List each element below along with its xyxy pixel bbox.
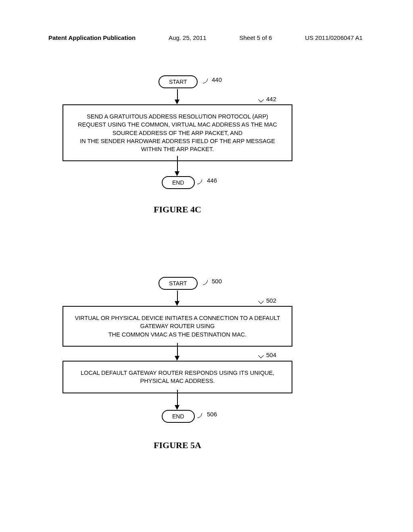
header-date: Aug. 25, 2011	[169, 34, 206, 41]
arrow-head-icon	[175, 301, 179, 306]
figure-5a-title: FIGURE 5A	[63, 440, 292, 451]
ref-500: 500	[212, 278, 222, 285]
start-label: START	[169, 79, 187, 85]
figure-4c-title: FIGURE 4C	[63, 204, 292, 215]
box1-text: VIRTUAL OR PHYSICAL DEVICE INITIATES A C…	[75, 315, 280, 338]
header-pubnum: US 2011/0206047 A1	[305, 34, 363, 41]
arrow-line	[177, 156, 178, 173]
arrow-head-icon	[175, 356, 179, 361]
start-terminator: START	[159, 75, 198, 88]
figure-5a-flowchart: START 500 502 VIRTUAL OR PHYSICAL DEVICE…	[63, 277, 353, 474]
process-box-504: LOCAL DEFAULT GATEWAY ROUTER RESPONDS US…	[63, 361, 292, 393]
end-label: END	[172, 413, 184, 420]
start-label: START	[169, 280, 187, 287]
arrow-head-icon	[175, 100, 179, 104]
ref-tick-502	[258, 298, 264, 304]
arrow-line	[177, 390, 178, 407]
ref-440: 440	[212, 76, 222, 83]
page-header: Patent Application Publication Aug. 25, …	[0, 0, 413, 41]
header-sheet: Sheet 5 of 6	[239, 34, 272, 41]
process-box-502: VIRTUAL OR PHYSICAL DEVICE INITIATES A C…	[63, 306, 292, 347]
figure-4c-flowchart: START 440 442 SEND A GRATUITOUS ADDRESS …	[63, 75, 353, 245]
arrow-head-icon	[175, 405, 179, 410]
arrow-head-icon	[175, 171, 179, 176]
process-box-442: SEND A GRATUITOUS ADDRESS RESOLUTION PRO…	[63, 104, 292, 161]
box2-text: LOCAL DEFAULT GATEWAY ROUTER RESPONDS US…	[81, 370, 274, 384]
ref-tick-504	[258, 353, 264, 358]
ref-tick-442	[258, 97, 264, 102]
ref-504: 504	[266, 351, 276, 358]
end-terminator: END	[162, 410, 195, 423]
ref-446: 446	[207, 177, 217, 184]
start-terminator: START	[159, 277, 198, 290]
box1-text: SEND A GRATUITOUS ADDRESS RESOLUTION PRO…	[78, 113, 277, 152]
ref-502: 502	[266, 297, 276, 304]
end-label: END	[172, 179, 184, 186]
ref-curve-500	[196, 273, 210, 287]
ref-442: 442	[266, 96, 276, 102]
ref-curve-440	[196, 72, 210, 85]
end-terminator: END	[162, 176, 195, 189]
header-left: Patent Application Publication	[48, 34, 136, 41]
ref-506: 506	[207, 411, 217, 418]
arrow-line	[177, 343, 178, 357]
